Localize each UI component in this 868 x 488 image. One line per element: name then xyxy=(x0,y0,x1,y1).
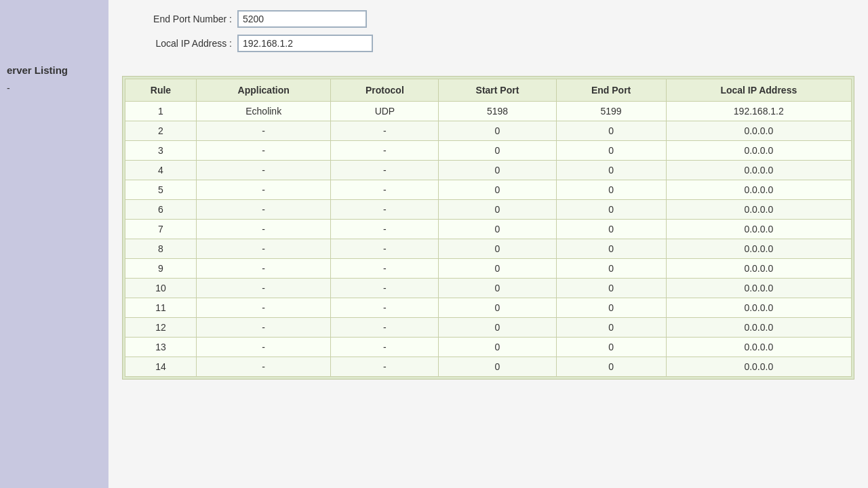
col-application: Application xyxy=(196,79,331,102)
sidebar-title: erver Listing xyxy=(0,7,75,79)
table-row[interactable]: 3--000.0.0.0 xyxy=(125,141,852,161)
end-port-label: End Port Number : xyxy=(122,14,237,24)
table-cell: - xyxy=(331,180,439,200)
table-cell: 13 xyxy=(125,338,197,357)
table-cell: - xyxy=(331,141,439,161)
table-cell: 0.0.0.0 xyxy=(666,357,851,377)
table-cell: - xyxy=(196,357,331,377)
table-cell: - xyxy=(331,239,439,259)
end-port-input[interactable] xyxy=(237,10,367,28)
local-ip-input[interactable] xyxy=(237,35,373,52)
table-cell: 0 xyxy=(439,338,556,357)
table-cell: 0 xyxy=(439,298,556,318)
table-cell: 0 xyxy=(556,141,666,161)
table-cell: 10 xyxy=(125,279,197,298)
table-cell: 12 xyxy=(125,318,197,338)
table-cell: 0 xyxy=(439,200,556,220)
table-cell: - xyxy=(331,279,439,298)
table-row[interactable]: 11--000.0.0.0 xyxy=(125,298,852,318)
table-row[interactable]: 1EcholinkUDP51985199192.168.1.2 xyxy=(125,102,852,121)
table-cell: 0 xyxy=(439,239,556,259)
main-content: End Port Number : Local IP Address : Rul… xyxy=(108,0,868,488)
table-cell: 0 xyxy=(556,259,666,279)
table-cell: - xyxy=(196,220,331,239)
table-cell: - xyxy=(196,259,331,279)
table-row[interactable]: 14--000.0.0.0 xyxy=(125,357,852,377)
table-cell: 0.0.0.0 xyxy=(666,259,851,279)
table-cell: - xyxy=(196,200,331,220)
table-cell: 0 xyxy=(439,161,556,180)
table-row[interactable]: 9--000.0.0.0 xyxy=(125,259,852,279)
table-cell: 0.0.0.0 xyxy=(666,220,851,239)
table-cell: 0 xyxy=(556,357,666,377)
table-cell: 192.168.1.2 xyxy=(666,102,851,121)
form-section: End Port Number : Local IP Address : xyxy=(122,7,854,69)
table-row[interactable]: 2--000.0.0.0 xyxy=(125,121,852,141)
table-cell: 0.0.0.0 xyxy=(666,318,851,338)
table-row[interactable]: 6--000.0.0.0 xyxy=(125,200,852,220)
table-cell: 0 xyxy=(556,220,666,239)
table-cell: - xyxy=(331,318,439,338)
table-header-row: Rule Application Protocol Start Port End… xyxy=(125,79,852,102)
table-row[interactable]: 13--000.0.0.0 xyxy=(125,338,852,357)
table-cell: 9 xyxy=(125,259,197,279)
table-cell: - xyxy=(331,200,439,220)
table-cell: 0.0.0.0 xyxy=(666,200,851,220)
table-cell: 0 xyxy=(556,298,666,318)
table-cell: 0.0.0.0 xyxy=(666,239,851,259)
table-cell: 0 xyxy=(556,239,666,259)
table-cell: 4 xyxy=(125,161,197,180)
table-cell: - xyxy=(196,121,331,141)
table-cell: - xyxy=(331,357,439,377)
col-local-ip: Local IP Address xyxy=(666,79,851,102)
table-cell: 6 xyxy=(125,200,197,220)
table-row[interactable]: 10--000.0.0.0 xyxy=(125,279,852,298)
table-cell: 5198 xyxy=(439,102,556,121)
table-cell: 0 xyxy=(556,121,666,141)
table-cell: 0 xyxy=(556,279,666,298)
table-wrapper: Rule Application Protocol Start Port End… xyxy=(122,76,854,380)
table-cell: - xyxy=(196,318,331,338)
table-row[interactable]: 4--000.0.0.0 xyxy=(125,161,852,180)
table-cell: 0 xyxy=(439,357,556,377)
table-row[interactable]: 8--000.0.0.0 xyxy=(125,239,852,259)
table-cell: 0.0.0.0 xyxy=(666,279,851,298)
table-cell: 5199 xyxy=(556,102,666,121)
table-row[interactable]: 12--000.0.0.0 xyxy=(125,318,852,338)
col-end-port: End Port xyxy=(556,79,666,102)
table-cell: - xyxy=(196,298,331,318)
sidebar-dash: - xyxy=(0,79,17,97)
table-cell: 0 xyxy=(556,338,666,357)
col-rule: Rule xyxy=(125,79,197,102)
sidebar: erver Listing - xyxy=(0,0,108,488)
table-cell: 11 xyxy=(125,298,197,318)
table-cell: 8 xyxy=(125,239,197,259)
table-cell: - xyxy=(331,338,439,357)
table-row[interactable]: 5--000.0.0.0 xyxy=(125,180,852,200)
table-cell: 0 xyxy=(439,318,556,338)
table-cell: - xyxy=(196,141,331,161)
table-cell: 0 xyxy=(439,121,556,141)
table-cell: - xyxy=(196,180,331,200)
local-ip-label: Local IP Address : xyxy=(122,38,237,49)
table-cell: - xyxy=(331,259,439,279)
table-cell: 0 xyxy=(439,259,556,279)
table-cell: - xyxy=(196,338,331,357)
col-start-port: Start Port xyxy=(439,79,556,102)
table-cell: 0.0.0.0 xyxy=(666,298,851,318)
local-ip-row: Local IP Address : xyxy=(122,35,854,52)
table-cell: - xyxy=(196,279,331,298)
table-cell: UDP xyxy=(331,102,439,121)
table-cell: 1 xyxy=(125,102,197,121)
table-cell: 0.0.0.0 xyxy=(666,121,851,141)
table-cell: - xyxy=(331,161,439,180)
table-cell: 2 xyxy=(125,121,197,141)
table-cell: - xyxy=(331,298,439,318)
table-cell: 7 xyxy=(125,220,197,239)
table-cell: 0 xyxy=(439,141,556,161)
table-cell: 0 xyxy=(556,180,666,200)
table-cell: 0.0.0.0 xyxy=(666,141,851,161)
table-cell: - xyxy=(331,220,439,239)
table-row[interactable]: 7--000.0.0.0 xyxy=(125,220,852,239)
port-forwarding-table: Rule Application Protocol Start Port End… xyxy=(125,79,852,377)
